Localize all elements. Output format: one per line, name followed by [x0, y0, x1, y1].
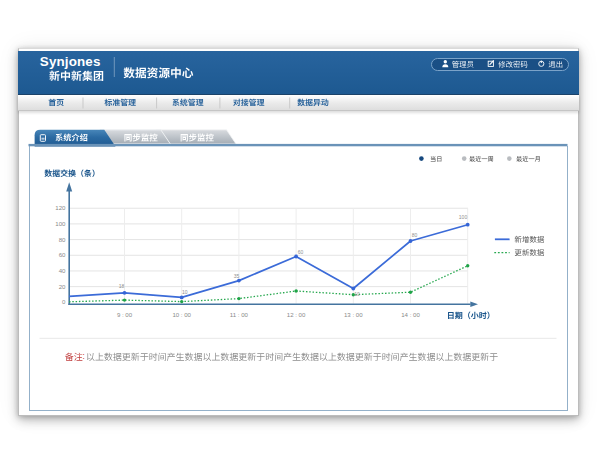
svg-text:0: 0: [62, 298, 66, 305]
svg-text:100: 100: [55, 220, 66, 227]
svg-text::: :: [83, 352, 85, 361]
svg-text:10: 10: [354, 291, 360, 297]
svg-text:12 : 00: 12 : 00: [287, 311, 306, 318]
svg-text:14 : 00: 14 : 00: [401, 311, 420, 318]
svg-text:120: 120: [55, 204, 66, 211]
svg-text:9 : 00: 9 : 00: [117, 311, 133, 318]
svg-text:20: 20: [59, 283, 66, 290]
svg-text:18: 18: [119, 283, 125, 289]
svg-text:80: 80: [59, 236, 66, 243]
svg-text:10: 10: [182, 289, 188, 295]
svg-text:60: 60: [59, 251, 66, 258]
svg-text:11 : 00: 11 : 00: [230, 311, 249, 318]
svg-text:100: 100: [459, 214, 468, 220]
svg-text:13 : 00: 13 : 00: [344, 311, 363, 318]
svg-text:35: 35: [234, 273, 240, 279]
svg-text:Synjones: Synjones: [40, 54, 101, 69]
svg-text:80: 80: [412, 232, 418, 238]
svg-text:60: 60: [298, 249, 304, 255]
svg-text:10 : 00: 10 : 00: [172, 311, 191, 318]
svg-text:40: 40: [59, 267, 66, 274]
